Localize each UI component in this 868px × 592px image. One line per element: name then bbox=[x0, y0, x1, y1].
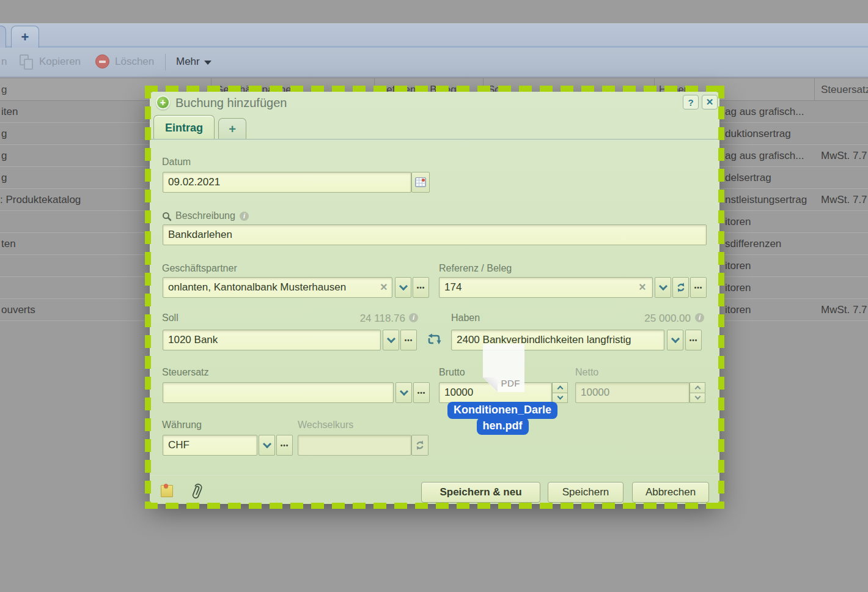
delete-icon bbox=[95, 54, 109, 68]
tab-eintrag[interactable]: Eintrag bbox=[153, 115, 215, 140]
row-left-text: g bbox=[1, 150, 7, 162]
attachment-icon[interactable] bbox=[186, 480, 207, 503]
background-toolbar: n Kopieren Löschen Mehr bbox=[0, 48, 868, 78]
wechselkurs-input bbox=[298, 435, 411, 456]
row-tax-text: MwSt. 7.7 bbox=[821, 150, 867, 162]
haben-more-button[interactable] bbox=[685, 330, 702, 350]
row-left-text: ouverts bbox=[1, 304, 35, 316]
row-right-text: itoren bbox=[725, 304, 751, 316]
row-right-text: ag aus grafisch... bbox=[725, 150, 804, 162]
row-left-text: g bbox=[1, 128, 7, 140]
tab-add-button[interactable]: + bbox=[218, 118, 246, 140]
netto-label: Netto bbox=[575, 367, 598, 378]
drop-border-left bbox=[145, 86, 151, 509]
waehrung-more-button[interactable] bbox=[276, 435, 293, 456]
step-up-icon[interactable] bbox=[552, 382, 568, 393]
chevron-down-icon bbox=[658, 281, 667, 290]
chevron-down-icon bbox=[671, 334, 679, 342]
save-and-new-button[interactable]: Speichern & neu bbox=[421, 482, 540, 503]
row-right-text: sdifferenzen bbox=[725, 238, 781, 250]
copy-icon bbox=[20, 54, 34, 70]
header-cell-tax[interactable]: Steuersatz bbox=[821, 84, 868, 96]
row-left-text: iten bbox=[1, 106, 18, 118]
referenz-input[interactable] bbox=[439, 277, 653, 298]
info-icon bbox=[409, 313, 418, 322]
note-icon[interactable] bbox=[161, 485, 173, 497]
referenz-refresh-button[interactable] bbox=[672, 277, 689, 298]
steuersatz-more-button[interactable] bbox=[413, 382, 430, 403]
header-cell-partial[interactable]: g bbox=[1, 84, 7, 96]
add-booking-dialog: Buchung hinzufügen ? ✕ Eintrag + Datum B… bbox=[150, 92, 719, 504]
pdf-file-type-label: PDF bbox=[501, 378, 521, 388]
calendar-icon bbox=[415, 177, 426, 187]
partner-dropdown-button[interactable] bbox=[395, 277, 411, 298]
copy-button[interactable]: Kopieren bbox=[39, 56, 81, 68]
referenz-dropdown-button[interactable] bbox=[655, 277, 671, 298]
beschreibung-input[interactable] bbox=[163, 224, 707, 245]
row-right-text: itoren bbox=[725, 282, 751, 294]
calendar-button[interactable] bbox=[411, 172, 430, 193]
netto-stepper bbox=[690, 382, 705, 403]
file-name-line2: hen.pdf bbox=[477, 418, 529, 435]
app-screen: { "background": { "tabs": { "add": "+" }… bbox=[0, 0, 868, 592]
help-button[interactable]: ? bbox=[683, 95, 699, 109]
drop-border-right bbox=[718, 86, 724, 509]
datum-label: Datum bbox=[162, 157, 191, 168]
datum-input[interactable] bbox=[163, 172, 411, 193]
toolbar-partial-label: n bbox=[1, 56, 7, 68]
referenz-label: Referenz / Beleg bbox=[439, 263, 512, 274]
step-up-icon bbox=[690, 382, 705, 393]
drop-border-top bbox=[145, 86, 724, 92]
file-name-line1: Konditionen_Darle bbox=[447, 402, 557, 419]
soll-input[interactable] bbox=[163, 330, 381, 350]
partner-input[interactable] bbox=[163, 277, 392, 298]
haben-dropdown-button[interactable] bbox=[667, 330, 683, 350]
brutto-stepper[interactable] bbox=[552, 382, 568, 403]
chevron-down-icon bbox=[399, 281, 407, 290]
dragged-file-name: Konditionen_Darle hen.pdf bbox=[438, 402, 567, 435]
referenz-more-button[interactable] bbox=[690, 277, 707, 298]
info-icon bbox=[240, 212, 249, 221]
chevron-down-icon bbox=[204, 61, 211, 65]
partner-more-button[interactable] bbox=[413, 277, 429, 298]
beschreibung-label: Beschreibung bbox=[175, 210, 235, 221]
footer-divider bbox=[150, 474, 719, 475]
background-tab-strip: + bbox=[0, 23, 868, 48]
waehrung-dropdown-button[interactable] bbox=[259, 435, 275, 456]
steuersatz-dropdown-button[interactable] bbox=[395, 382, 412, 403]
haben-balance: 25 000.00 bbox=[578, 313, 691, 325]
background-new-tab-button[interactable]: + bbox=[11, 26, 39, 48]
save-button[interactable]: Speichern bbox=[548, 482, 623, 503]
close-button[interactable]: ✕ bbox=[702, 95, 718, 109]
dialog-title: Buchung hinzufügen bbox=[175, 96, 287, 110]
background-tab-partial[interactable] bbox=[0, 26, 6, 48]
tab-divider bbox=[150, 139, 719, 141]
soll-label: Soll bbox=[162, 313, 178, 324]
delete-button[interactable]: Löschen bbox=[115, 56, 154, 68]
row-left-text: ten bbox=[1, 238, 16, 250]
swap-accounts-icon[interactable] bbox=[426, 333, 442, 347]
row-right-text: delsertrag bbox=[725, 172, 771, 184]
search-icon bbox=[162, 212, 172, 221]
refresh-icon bbox=[414, 440, 425, 451]
more-button[interactable]: Mehr bbox=[176, 56, 200, 68]
row-right-text: nstleistungsertrag bbox=[725, 194, 807, 206]
brutto-label: Brutto bbox=[439, 367, 465, 378]
soll-dropdown-button[interactable] bbox=[383, 330, 399, 350]
drop-border-bottom bbox=[145, 503, 724, 509]
soll-more-button[interactable] bbox=[400, 330, 417, 350]
steuersatz-input[interactable] bbox=[163, 382, 394, 403]
header-divider bbox=[814, 78, 815, 101]
clear-icon[interactable] bbox=[639, 280, 646, 294]
haben-label: Haben bbox=[451, 313, 480, 324]
waehrung-input[interactable] bbox=[163, 435, 257, 456]
clear-icon[interactable] bbox=[380, 280, 388, 294]
row-right-text: ag aus grafisch... bbox=[725, 106, 804, 118]
refresh-icon bbox=[675, 282, 686, 293]
chevron-down-icon bbox=[399, 387, 408, 395]
row-tax-text: MwSt. 7.7 bbox=[821, 194, 867, 206]
row-right-text: itoren bbox=[725, 216, 751, 228]
chevron-down-icon bbox=[386, 334, 395, 342]
partner-label: Geschäftspartner bbox=[162, 263, 237, 274]
cancel-button[interactable]: Abbrechen bbox=[632, 482, 709, 503]
